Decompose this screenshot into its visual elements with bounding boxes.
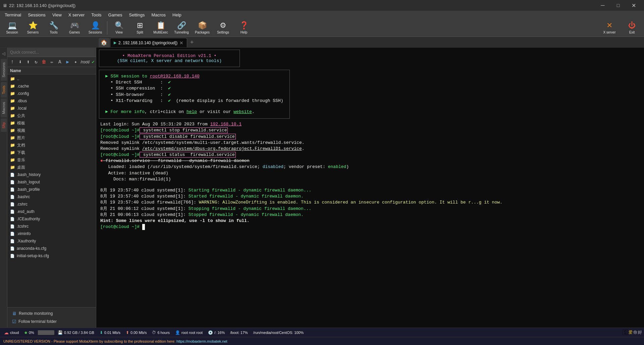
list-item[interactable]: 📄.bash_history (7, 171, 96, 178)
menu-games[interactable]: Games (105, 12, 126, 18)
list-item[interactable]: 📁公共 (7, 112, 96, 119)
list-item[interactable]: 📁.dbus (7, 97, 96, 105)
list-item[interactable]: 📄.ICEauthority (7, 215, 96, 223)
ssh-info-line: ► For more info, ctrl+click on help or v… (104, 109, 285, 115)
log-line3: 8月 19 23:57:40 cloud firewalld[766]: WAR… (99, 199, 641, 206)
view-button[interactable]: 🔍 View (109, 20, 129, 36)
tab-close-icon[interactable]: ✕ (179, 40, 183, 46)
sb-disk3: /run/media/root/CentOS: 100% (251, 329, 306, 336)
list-item[interactable]: 📁图片 (7, 134, 96, 141)
fb-up-button[interactable]: ↑ (9, 58, 16, 66)
menu-xserver[interactable]: X server (65, 12, 88, 18)
output-removed1: Removed symlink /etc/systemd/system/mult… (99, 140, 641, 146)
sidebar-tab-tools[interactable]: Tools (1, 82, 7, 98)
title-icon: 🖥 (3, 3, 7, 8)
mobaxterm-link[interactable]: https://mobaxterm.mobatek.net (176, 339, 227, 343)
fb-download-button[interactable]: ⬇ (17, 58, 24, 66)
ssh-check2: • SSH compression : ✔ (104, 85, 285, 92)
unregistered-text: UNREGISTERED VERSION - Please support Mo… (3, 339, 175, 343)
list-item[interactable]: 📁.config (7, 90, 96, 97)
terminal-output[interactable]: • MobaXterm Personal Edition v21.1 • (SS… (96, 48, 644, 328)
new-tab-button[interactable]: + (187, 38, 197, 47)
sessions-button[interactable]: 👤 Sessions (85, 20, 105, 36)
list-item[interactable]: 📁模板 (7, 119, 96, 127)
systray-icon1: 🇸 (623, 330, 628, 336)
session-button[interactable]: 💻 Session (2, 20, 22, 36)
sidebar-tab-toggle[interactable]: ◁ (1, 49, 7, 58)
quick-connect-input[interactable] (10, 50, 93, 55)
list-item[interactable]: 📄.esd_auth (7, 208, 96, 215)
split-button[interactable]: ⊞ Split (130, 20, 150, 36)
help-button[interactable]: ❓ Help (234, 20, 254, 36)
xserver-toolbar-button[interactable]: ✕ X server (598, 20, 621, 36)
list-item[interactable]: 📄.bash_logout (7, 178, 96, 186)
menu-tools[interactable]: Tools (88, 12, 105, 18)
close-button[interactable]: ✕ (626, 0, 641, 11)
sidebar-tab-macros[interactable]: Macros (1, 99, 7, 117)
follow-folder-button[interactable]: ☑ Follow terminal folder (10, 318, 93, 326)
multiexec-button[interactable]: 📋 MultiExec (151, 20, 171, 36)
sb-right-icons: 🇸 爱 你 好 (623, 330, 642, 336)
minimize-button[interactable]: ─ (595, 0, 610, 11)
terminal-area[interactable]: • MobaXterm Personal Edition v21.1 • (SS… (96, 48, 644, 328)
list-item[interactable]: 📁.cache (7, 82, 96, 90)
menu-macros[interactable]: Macros (148, 12, 169, 18)
fb-upload-button[interactable]: ⬆ (24, 58, 32, 66)
list-item[interactable]: 📄.tcshrc (7, 223, 96, 230)
last-login-line: Last login: Sun Aug 20 15:31:20 2023 fro… (99, 121, 641, 127)
menu-view[interactable]: View (49, 12, 65, 18)
home-tab[interactable]: 🏠 (99, 38, 109, 47)
fb-edit-button[interactable]: ▶ (64, 58, 71, 66)
list-item[interactable]: 📁桌面 (7, 164, 96, 171)
fb-delete-button[interactable]: 🗑 (40, 58, 48, 66)
fb-rename-button[interactable]: ✏ (48, 58, 56, 66)
tools-icon: 🔧 (49, 21, 58, 30)
session-tab-active[interactable]: ▶ 2. 192.168.10.140 ([springcloud]) ✕ (110, 38, 187, 47)
menu-sessions[interactable]: Sessions (24, 12, 49, 18)
download-icon: ⬇ (100, 330, 103, 335)
menu-terminal[interactable]: Terminal (1, 12, 24, 18)
games-button[interactable]: 🎮 Games (64, 20, 85, 36)
file-icon: 📄 (10, 187, 15, 192)
list-item[interactable]: 📄.bashrc (7, 193, 96, 200)
menu-settings[interactable]: Settings (126, 12, 148, 18)
fb-newfile-button[interactable]: A (56, 58, 63, 66)
exit-toolbar-button[interactable]: ⏻ Exit (622, 20, 642, 36)
sessions-icon: 👤 (91, 21, 100, 30)
list-item[interactable]: 📄.bash_profile (7, 186, 96, 193)
fb-refresh-button[interactable]: ↻ (33, 58, 40, 66)
list-item[interactable]: 📁.local (7, 105, 96, 112)
file-icon: 📄 (10, 173, 15, 177)
servers-button[interactable]: ⭐ Servers (23, 20, 43, 36)
filebrowser: ↑ ⬇ ⬆ ↻ 🗑 ✏ A ▶ ✦ /root/ ✔ Name 📁.. 📁.ca… (7, 48, 96, 328)
list-item[interactable]: 📄anaconda-ks.cfg (7, 245, 96, 252)
packages-button[interactable]: 📦 Packages (192, 20, 212, 36)
systray-icon3: 你 (633, 330, 637, 335)
list-item[interactable]: 📄.viminfo (7, 230, 96, 237)
output-hint: Hint: Some lines were ellipsized, use -l… (99, 218, 641, 224)
sidebar-tab-sftp[interactable]: Sftp (1, 119, 7, 132)
menu-help[interactable]: Help (169, 12, 185, 18)
list-item[interactable]: 📁视频 (7, 127, 96, 134)
list-item[interactable]: 📁.. (7, 75, 96, 82)
ssh-check3: • SSH-browser : ✔ (104, 92, 285, 98)
sb-percent: ● 0% (22, 329, 36, 336)
list-item[interactable]: 📁音乐 (7, 156, 96, 164)
list-item[interactable]: 📄.cshrc (7, 200, 96, 208)
sidebar-tab-sessions[interactable]: Sessions (1, 59, 7, 81)
list-item[interactable]: 📁文档 (7, 141, 96, 149)
remote-monitoring-button[interactable]: 🖥 Remote monitoring (10, 309, 93, 318)
output-active: Active: inactive (dead) (99, 170, 641, 176)
exit-toolbar-icon: ⏻ (628, 21, 636, 30)
maximize-button[interactable]: □ (610, 0, 626, 11)
follow-folder-label: Follow terminal folder (18, 319, 57, 324)
settings-button[interactable]: ⚙ Settings (213, 20, 233, 36)
list-item[interactable]: 📁下载 (7, 149, 96, 156)
tools-button[interactable]: 🔧 Tools (44, 20, 64, 36)
list-item[interactable]: 📄initial-setup-ks.cfg (7, 252, 96, 260)
filebrowser-files[interactable]: 📁.. 📁.cache 📁.config 📁.dbus 📁.local 📁公共 … (7, 74, 96, 307)
list-item[interactable]: 📄.Xauthority (7, 237, 96, 245)
tunneling-button[interactable]: 🔗 Tunneling (171, 20, 192, 36)
fb-permissions-button[interactable]: ✦ (72, 58, 79, 66)
welcome-subtitle: (SSH client, X server and network tools) (106, 58, 233, 63)
